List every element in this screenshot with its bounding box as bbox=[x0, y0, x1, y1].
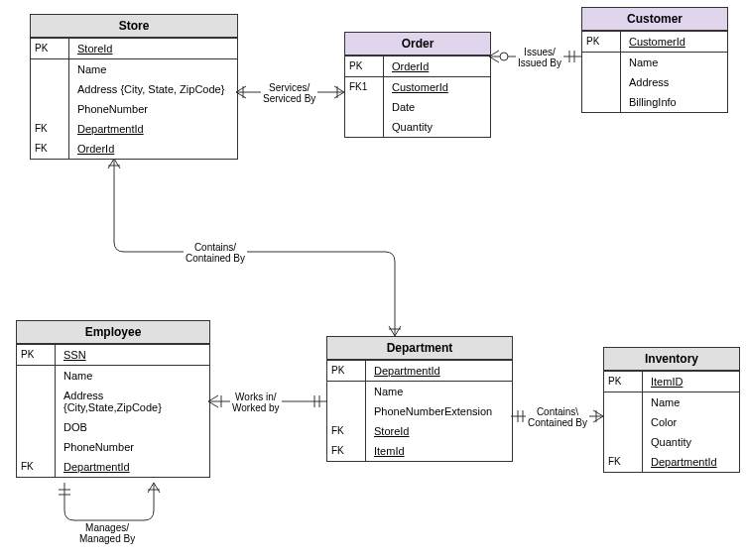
rel-issues: Issues/ Issued By bbox=[516, 47, 563, 68]
department-phoneext: PhoneNumberExtension bbox=[366, 401, 512, 421]
inventory-fk-label: FK bbox=[604, 452, 643, 472]
order-blank2 bbox=[345, 117, 384, 137]
svg-line-35 bbox=[154, 483, 160, 493]
department-pk-label: PK bbox=[327, 361, 366, 381]
rel-manages: Manages/ Managed By bbox=[77, 522, 137, 544]
svg-line-6 bbox=[334, 92, 344, 98]
store-storeid: StoreId bbox=[69, 39, 237, 58]
rel-contains2: Contains\ Contained By bbox=[526, 406, 589, 428]
customer-blank1 bbox=[582, 53, 621, 72]
svg-line-17 bbox=[389, 326, 395, 336]
inventory-name: Name bbox=[643, 392, 739, 412]
employee-blank2 bbox=[17, 386, 56, 417]
department-fk1-label: FK bbox=[327, 421, 366, 441]
customer-blank3 bbox=[582, 92, 621, 112]
store-title: Store bbox=[31, 15, 237, 39]
inventory-pk-label: PK bbox=[604, 372, 643, 392]
store-address: Address {City, State, ZipCode} bbox=[69, 79, 237, 99]
department-title: Department bbox=[327, 337, 512, 361]
customer-billinginfo: BillingInfo bbox=[621, 92, 727, 112]
order-fk1-label: FK1 bbox=[345, 77, 384, 97]
employee-dob: DOB bbox=[56, 417, 209, 437]
svg-line-15 bbox=[114, 159, 120, 168]
employee-departmentid: DepartmentId bbox=[56, 457, 209, 477]
employee-fk-label: FK bbox=[17, 457, 56, 477]
order-orderid: OrderId bbox=[384, 56, 490, 76]
department-blank2 bbox=[327, 401, 366, 421]
store-fk1-label: FK bbox=[31, 119, 69, 139]
employee-blank4 bbox=[17, 437, 56, 457]
entity-store: Store PK StoreId Name Address {City, Sta… bbox=[30, 14, 238, 160]
employee-address: Address {City,State,ZipCode} bbox=[56, 386, 209, 417]
inventory-blank1 bbox=[604, 392, 643, 412]
inventory-blank3 bbox=[604, 432, 643, 452]
store-blank2 bbox=[31, 79, 69, 99]
inventory-color: Color bbox=[643, 412, 739, 432]
entity-customer: Customer PK CustomerId Name Address Bill… bbox=[581, 7, 728, 113]
department-name: Name bbox=[366, 382, 512, 401]
employee-pk-label: PK bbox=[17, 345, 56, 365]
inventory-quantity: Quantity bbox=[643, 432, 739, 452]
customer-name: Name bbox=[621, 53, 727, 72]
employee-ssn: SSN bbox=[56, 345, 209, 365]
svg-line-18 bbox=[395, 326, 401, 336]
store-phonenumber: PhoneNumber bbox=[69, 99, 237, 119]
employee-blank1 bbox=[17, 366, 56, 386]
store-name: Name bbox=[69, 59, 237, 79]
department-fk2-label: FK bbox=[327, 441, 366, 461]
order-title: Order bbox=[345, 33, 490, 56]
rel-services: Services/ Serviced By bbox=[261, 82, 317, 104]
store-departmentid: DepartmentId bbox=[69, 119, 237, 139]
svg-line-14 bbox=[108, 159, 114, 168]
customer-pk-label: PK bbox=[582, 32, 621, 52]
inventory-itemid: ItemID bbox=[643, 372, 739, 392]
store-blank1 bbox=[31, 59, 69, 79]
store-pk-label: PK bbox=[31, 39, 69, 58]
order-blank1 bbox=[345, 97, 384, 117]
employee-name: Name bbox=[56, 366, 209, 386]
inventory-departmentid: DepartmentId bbox=[643, 452, 739, 472]
entity-order: Order PK OrderId FK1 CustomerId Date Qua… bbox=[344, 32, 491, 138]
entity-department: Department PK DepartmentId Name PhoneNum… bbox=[326, 336, 513, 462]
inventory-blank2 bbox=[604, 412, 643, 432]
svg-line-29 bbox=[593, 410, 603, 416]
employee-phonenumber: PhoneNumber bbox=[56, 437, 209, 457]
entity-employee: Employee PK SSN Name Address {City,State… bbox=[16, 320, 210, 478]
customer-title: Customer bbox=[582, 8, 727, 32]
svg-line-30 bbox=[593, 416, 603, 422]
store-orderid: OrderId bbox=[69, 139, 237, 159]
svg-line-34 bbox=[148, 483, 154, 493]
department-itemid: ItemId bbox=[366, 441, 512, 461]
store-fk2-label: FK bbox=[31, 139, 69, 159]
store-blank3 bbox=[31, 99, 69, 119]
order-date: Date bbox=[384, 97, 490, 117]
entity-inventory: Inventory PK ItemID Name Color Quantity … bbox=[603, 347, 740, 473]
rel-worksin: Works in/ Worked by bbox=[230, 392, 282, 413]
svg-line-5 bbox=[334, 86, 344, 92]
order-pk-label: PK bbox=[345, 56, 384, 76]
svg-point-10 bbox=[500, 53, 508, 60]
rel-contains1: Contains/ Contained By bbox=[184, 242, 247, 264]
order-customerid: CustomerId bbox=[384, 77, 490, 97]
customer-address: Address bbox=[621, 72, 727, 92]
department-blank1 bbox=[327, 382, 366, 401]
customer-customerid: CustomerId bbox=[621, 32, 727, 52]
employee-title: Employee bbox=[17, 321, 209, 345]
customer-blank2 bbox=[582, 72, 621, 92]
department-departmentid: DepartmentId bbox=[366, 361, 512, 381]
employee-blank3 bbox=[17, 417, 56, 437]
order-quantity: Quantity bbox=[384, 117, 490, 137]
department-storeid: StoreId bbox=[366, 421, 512, 441]
inventory-title: Inventory bbox=[604, 348, 739, 372]
